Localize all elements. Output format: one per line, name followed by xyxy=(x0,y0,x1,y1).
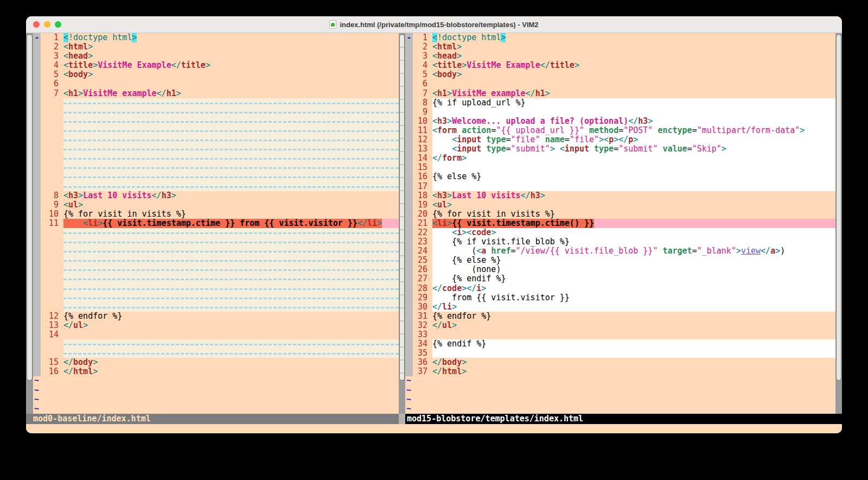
fold-column xyxy=(405,172,413,181)
code-token: name xyxy=(545,135,565,144)
line-text: {% for visit in visits %} xyxy=(432,210,835,219)
code-line: 28</code></i> xyxy=(405,284,835,293)
fold-column xyxy=(33,256,41,265)
line-number xyxy=(41,126,63,135)
code-token: ul xyxy=(442,321,452,330)
code-token: h3 xyxy=(638,117,648,126)
code-token: a xyxy=(481,247,486,256)
scrollbar-left-thumb[interactable] xyxy=(27,34,33,381)
code-token: < xyxy=(476,247,481,256)
filler-line xyxy=(33,302,399,312)
line-text: </body> xyxy=(63,358,399,367)
code-token: = xyxy=(618,126,623,135)
fold-column xyxy=(405,265,413,274)
code-token: i xyxy=(476,284,481,293)
code-token: > xyxy=(462,154,467,163)
line-number xyxy=(41,154,63,163)
line-number: 37 xyxy=(413,367,432,376)
zoom-button[interactable] xyxy=(55,21,61,28)
code-token: > xyxy=(176,89,181,98)
line-text xyxy=(63,182,399,191)
left-pane[interactable]: -1<!doctype html>2<html>3<head>4<title>V… xyxy=(33,33,399,414)
command-line[interactable] xyxy=(26,424,842,433)
titlebar[interactable]: index.html (/private/tmp/mod15-blobstore… xyxy=(26,16,842,33)
line-number: 16 xyxy=(41,367,63,376)
fold-column xyxy=(405,135,413,144)
line-text: </body> xyxy=(432,358,835,367)
code-token: < xyxy=(63,200,68,210)
code-line: 14 xyxy=(33,330,399,339)
line-text: <h3>Last 10 visits</h3> xyxy=(432,191,835,200)
code-token: ul xyxy=(73,321,83,330)
scrollbar-right-thumb[interactable] xyxy=(836,34,841,381)
code-token: !doctype html xyxy=(68,33,132,42)
line-text xyxy=(63,284,399,293)
code-token: "file" xyxy=(570,135,599,144)
minimize-button[interactable] xyxy=(44,21,50,28)
filler-line xyxy=(33,349,399,358)
line-text xyxy=(63,228,399,237)
code-token: ></ xyxy=(462,284,476,293)
fold-column xyxy=(405,284,413,293)
code-token: input xyxy=(457,135,481,144)
code-token: h1 xyxy=(68,89,78,98)
line-text xyxy=(63,349,399,358)
code-token: > xyxy=(648,117,653,126)
fold-column xyxy=(33,135,41,144)
nontext-line: ~ xyxy=(405,386,835,395)
fold-column xyxy=(405,126,413,135)
code-token: > xyxy=(452,321,457,330)
line-number xyxy=(41,274,63,283)
diff-filler-dashes xyxy=(63,232,399,234)
line-text xyxy=(432,108,835,117)
line-number xyxy=(41,237,63,247)
code-token: < xyxy=(63,42,68,52)
code-line: 34{% endif %} xyxy=(405,339,835,349)
close-button[interactable] xyxy=(33,21,40,28)
fold-column xyxy=(405,70,413,79)
line-number: 21 xyxy=(413,219,432,228)
fold-column xyxy=(33,330,41,339)
code-line: 20{% for visit in visits %} xyxy=(405,210,835,219)
code-line: 16{% else %} xyxy=(405,172,835,181)
code-token: > xyxy=(78,89,83,98)
line-number: 34 xyxy=(413,339,432,349)
filler-line xyxy=(33,108,399,117)
code-token: > xyxy=(545,89,550,98)
fold-column xyxy=(33,349,41,358)
code-line: 23 {% if visit.file_blob %} xyxy=(405,237,835,247)
fold-column xyxy=(405,79,413,89)
fold-column xyxy=(405,349,413,358)
code-token: {% if visit.file_blob %} xyxy=(432,237,570,247)
right-pane[interactable]: -1<!doctype html>2<html>3<head>4<title>V… xyxy=(405,33,835,414)
fold-column: - xyxy=(405,33,413,42)
fold-column xyxy=(405,154,413,163)
line-text xyxy=(63,163,399,172)
code-token: > xyxy=(206,61,210,70)
line-text: {% for visit in visits %} xyxy=(63,210,399,219)
fold-column xyxy=(33,154,41,163)
diff-filler-dashes xyxy=(63,242,399,243)
code-token: > xyxy=(491,228,496,237)
code-line: 11<form action="{{ upload_url }}" method… xyxy=(405,126,835,135)
scrollbar-middle[interactable] xyxy=(399,33,405,414)
diff-filler-dashes xyxy=(63,269,399,271)
line-text: </li> xyxy=(432,302,835,312)
line-text xyxy=(63,339,399,349)
scrollbar-left[interactable] xyxy=(26,33,33,414)
line-number: 3 xyxy=(41,52,63,61)
status-right: mod15-blobstore/templates/index.html xyxy=(405,414,842,424)
code-token: VisitMe example xyxy=(83,89,156,98)
code-line: 10<h3>Welcome... upload a file? (optiona… xyxy=(405,117,835,126)
scrollbar-right[interactable] xyxy=(835,33,842,414)
scrollbar-middle-thumb[interactable] xyxy=(399,34,405,381)
code-token: h1 xyxy=(535,89,545,98)
code-token: </ xyxy=(152,191,162,200)
line-number xyxy=(41,135,63,144)
code-line: 3<head> xyxy=(405,52,835,61)
code-line: 35 xyxy=(405,349,835,358)
line-text xyxy=(63,172,399,181)
code-token: "POST" xyxy=(623,126,653,135)
code-line: 13</ul> xyxy=(33,321,399,330)
filler-line xyxy=(33,117,399,126)
